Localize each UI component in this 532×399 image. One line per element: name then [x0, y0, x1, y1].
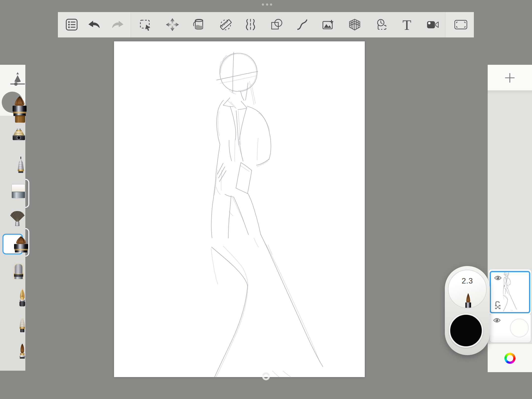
tool-fineliner[interactable]: [8, 157, 33, 173]
active-brush-handle: [7, 115, 33, 123]
plus-icon: [505, 73, 515, 83]
add-image-button[interactable]: [321, 17, 335, 32]
background-layer-visibility-eye-icon[interactable]: [493, 317, 501, 323]
tool-airbrush[interactable]: [6, 129, 32, 140]
curve-tool-button[interactable]: [295, 17, 310, 32]
window-dot: [262, 3, 264, 6]
tool-pastel[interactable]: [10, 316, 35, 333]
background-color-swatch: [510, 318, 529, 337]
drawing-canvas[interactable]: [114, 41, 365, 377]
stroke-size-control[interactable]: [5, 72, 30, 86]
layer-1-visibility-eye-icon[interactable]: [494, 275, 502, 281]
menu-list-icon: [65, 17, 79, 32]
tool-fan-brush[interactable]: [5, 211, 30, 226]
curve-icon: [295, 17, 310, 32]
perspective-grid-icon: [348, 17, 362, 32]
selection-icon: [138, 17, 153, 32]
canvas-rotate-hint-icon: [262, 372, 270, 381]
tool-round-brush[interactable]: [10, 343, 35, 359]
brush-size-color-pill: 2.3: [445, 266, 490, 355]
layer-1-item[interactable]: [490, 271, 530, 313]
pencil-sketch-figure: [114, 41, 365, 377]
timelapse-icon: [374, 17, 388, 32]
tool-fountain-pen[interactable]: [10, 288, 35, 306]
move-icon: [165, 17, 180, 32]
paint-bucket-icon: [192, 17, 206, 32]
text-tool-button[interactable]: T: [400, 17, 414, 32]
fill-tool-button[interactable]: [192, 17, 206, 32]
tool-flat-brush[interactable]: [6, 263, 31, 280]
toolbar-separator: [131, 12, 131, 37]
layers-panel: [488, 65, 532, 372]
fullscreen-button[interactable]: [454, 17, 468, 32]
perspective-tool-button[interactable]: [348, 17, 362, 32]
shapes-tool-button[interactable]: [269, 17, 283, 32]
layer-1-unlocked-icon[interactable]: [495, 301, 501, 309]
watercolor-brush-icon: [8, 236, 34, 252]
ruler-icon: [219, 17, 233, 32]
warp-icon: [243, 17, 258, 32]
brush-size-button[interactable]: 2.3: [448, 270, 487, 308]
current-color-button[interactable]: [449, 313, 483, 348]
ruler-tool-button[interactable]: [219, 17, 233, 32]
redo-button[interactable]: [110, 17, 125, 32]
warp-tool-button[interactable]: [243, 17, 258, 32]
video-button[interactable]: [426, 17, 440, 32]
color-wheel-button[interactable]: [504, 353, 515, 364]
move-tool-button[interactable]: [165, 17, 180, 32]
background-layer-item[interactable]: [490, 313, 531, 342]
timelapse-button[interactable]: [374, 17, 388, 32]
active-brush-tip: [7, 96, 32, 116]
pill-brush-tip-icon: [463, 293, 473, 308]
undo-button[interactable]: [87, 17, 101, 32]
undo-icon: [87, 17, 101, 32]
brush-size-value: 2.3: [449, 277, 486, 285]
add-layer-button[interactable]: [503, 71, 517, 85]
text-tool-icon: T: [400, 17, 414, 32]
color-section: [488, 344, 532, 372]
redo-icon: [110, 17, 125, 32]
fullscreen-icon: [454, 17, 468, 32]
layers-panel-header-shadow: [488, 90, 532, 94]
add-image-icon: [321, 17, 335, 32]
tool-sidebar: [0, 65, 25, 371]
window-dot: [266, 3, 268, 6]
menu-button[interactable]: [65, 17, 79, 32]
svg-text:T: T: [402, 17, 411, 32]
toolbar: T: [58, 12, 474, 37]
tool-eraser[interactable]: [6, 184, 31, 199]
app-window: T: [0, 0, 532, 399]
shapes-icon: [269, 17, 283, 32]
window-dot: [270, 3, 272, 6]
toolbar-separator: [445, 12, 446, 37]
video-camera-icon: [426, 17, 440, 32]
select-tool-button[interactable]: [138, 17, 153, 32]
window-handle-dots[interactable]: [262, 3, 272, 6]
